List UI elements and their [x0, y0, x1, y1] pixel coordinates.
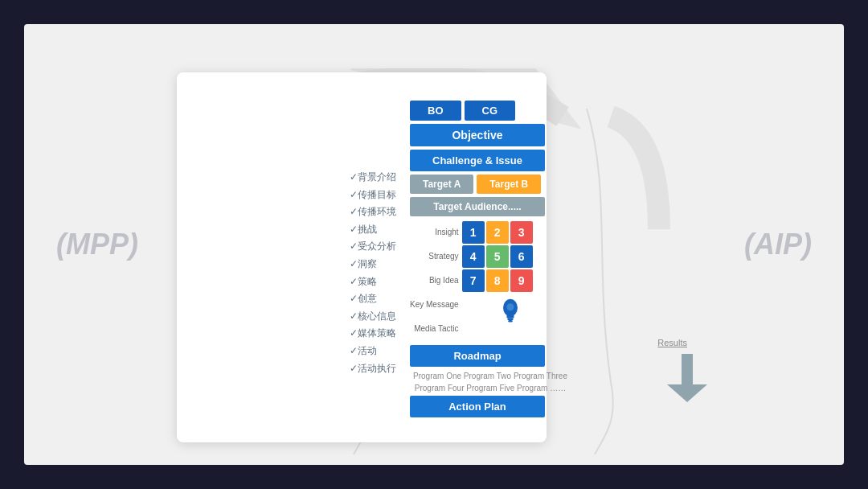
target-audience-bar[interactable]: Target Audience.....: [410, 197, 545, 216]
target-a-button[interactable]: Target A: [410, 175, 473, 194]
grid-cell-8[interactable]: 8: [486, 269, 509, 292]
bo-cg-row: BO CG: [410, 101, 587, 121]
bo-button[interactable]: BO: [410, 101, 461, 121]
top-bar: [0, 0, 868, 24]
strategy-labels: Insight Strategy Big Idea Key Message Me…: [410, 221, 459, 342]
checklist-item-1: ✓背景介绍: [350, 169, 396, 187]
challenge-bar[interactable]: Challenge & Issue: [410, 150, 545, 171]
checklist-item-6: ✓洞察: [350, 256, 396, 273]
grid-cell-6[interactable]: 6: [510, 245, 533, 268]
programs-line-1: Program One Program Two Program Three: [410, 370, 571, 382]
checklist-item-4: ✓挑战: [350, 221, 396, 239]
aip-label: (AIP): [744, 228, 812, 261]
checklist-item-11: ✓活动: [350, 343, 396, 360]
target-b-button[interactable]: Target B: [477, 175, 541, 194]
results-label: Results: [657, 338, 687, 347]
svg-rect-7: [682, 354, 693, 386]
objective-bar[interactable]: Objective: [410, 124, 545, 146]
keymessage-label: Key Message: [410, 294, 459, 316]
action-plan-bar[interactable]: Action Plan: [410, 396, 545, 417]
checklist: ✓背景介绍 ✓传播目标 ✓传播环境 ✓挑战 ✓受众分析 ✓洞察 ✓策略 ✓创意 …: [350, 169, 396, 377]
checklist-item-5: ✓受众分析: [350, 238, 396, 256]
bottom-bar: [0, 465, 868, 489]
mediatactic-label: Media Tactic: [410, 318, 459, 340]
strategy-grid: 1 2 3 4 5 6 7 8 9: [462, 221, 533, 292]
down-arrow-icon: [667, 354, 707, 402]
checklist-item-7: ✓策略: [350, 273, 396, 291]
cg-button[interactable]: CG: [465, 101, 516, 121]
strategy-label: Strategy: [410, 245, 459, 268]
grid-cell-5[interactable]: 5: [486, 245, 509, 268]
main-background: (MPP) (AIP) ✓背景介绍 ✓传播目标 ✓传播环境 ✓挑战 ✓: [24, 24, 844, 465]
checklist-item-3: ✓传播环境: [350, 203, 396, 221]
programs-line-2: Program Four Program Five Program ……: [410, 382, 571, 394]
svg-marker-8: [667, 384, 707, 402]
target-row: Target A Target B: [410, 175, 587, 194]
checklist-item-12: ✓活动执行: [350, 360, 396, 378]
grid-cell-9[interactable]: 9: [510, 269, 533, 292]
mpp-label: (MPP): [56, 228, 138, 261]
grid-cell-2[interactable]: 2: [486, 221, 509, 244]
programs-text: Program One Program Two Program Three Pr…: [410, 370, 571, 394]
grid-cell-1[interactable]: 1: [462, 221, 485, 244]
bigidea-label: Big Idea: [410, 269, 459, 292]
grid-cell-3[interactable]: 3: [510, 221, 533, 244]
checklist-item-9: ✓核心信息: [350, 308, 396, 326]
checklist-item-10: ✓媒体策略: [350, 325, 396, 343]
checklist-item-8: ✓创意: [350, 290, 396, 308]
strategy-grid-area: Insight Strategy Big Idea Key Message Me…: [410, 221, 571, 342]
insight-label: Insight: [410, 221, 459, 244]
grid-cell-4[interactable]: 4: [462, 245, 485, 268]
checklist-item-2: ✓传播目标: [350, 187, 396, 204]
grid-cell-7[interactable]: 7: [462, 269, 485, 292]
center-content: BO CG Objective Challenge & Issue Target…: [410, 101, 587, 417]
roadmap-bar[interactable]: Roadmap: [410, 345, 545, 367]
